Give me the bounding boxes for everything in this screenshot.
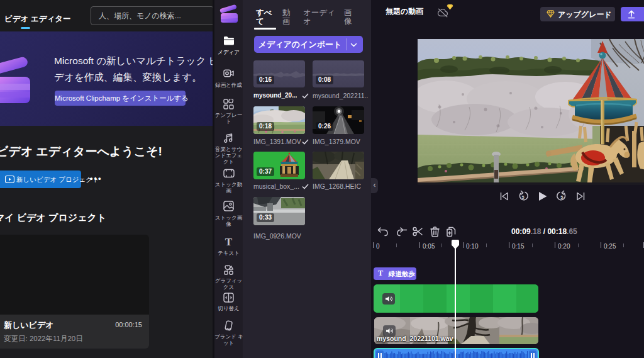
svg-text:5: 5 bbox=[522, 194, 525, 200]
svg-text:5: 5 bbox=[560, 194, 563, 200]
